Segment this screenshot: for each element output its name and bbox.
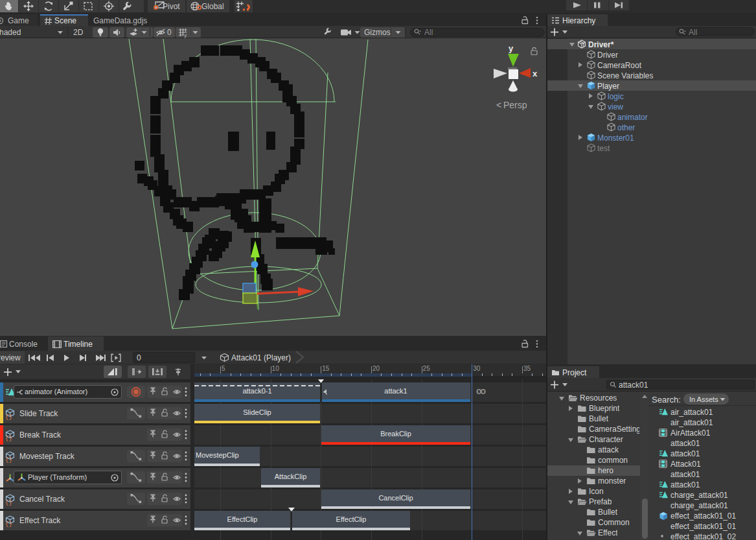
svg-text:{}: {} [5,521,12,528]
svg-text:{}: {} [5,414,12,421]
svg-text:x: x [533,69,538,78]
svg-text:{}: {} [5,436,12,442]
svg-text:y: y [185,33,187,38]
svg-text:<: < [496,100,501,110]
svg-text:{}: {} [5,500,12,506]
svg-text:Global: Global [201,2,224,11]
svg-text:Pivot: Pivot [163,2,180,11]
svg-text:y: y [509,43,514,53]
svg-text:{}: {} [5,457,12,464]
svg-text:Persp: Persp [503,100,527,110]
